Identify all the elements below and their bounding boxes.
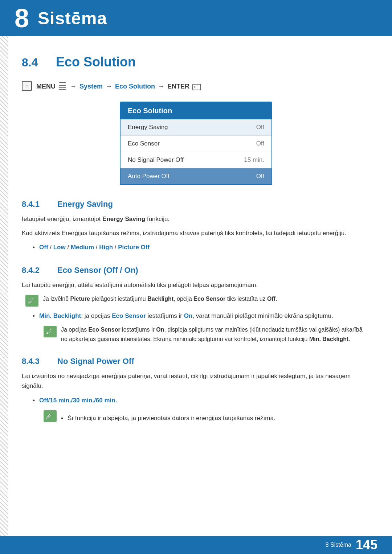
subsection-title: Energy Saving: [57, 200, 113, 209]
note-text: Ja izvēlnē Picture pielāgosit iestatījum…: [43, 294, 370, 304]
section-heading: 8.4 Eco Solution: [22, 54, 370, 70]
note-text: Šī funkcija ir atspējota, ja pievienotai…: [61, 410, 370, 427]
bullet-list: Off/15 min./30 min./60 min.: [33, 395, 370, 405]
footer-text: 8 Sistēma: [326, 542, 351, 548]
chapter-title: Sistēma: [38, 8, 107, 28]
subsection: 8.4.3 No Signal Power Off Lai izvairītos…: [22, 357, 370, 427]
note-icon: [44, 410, 57, 422]
eco-solution-label: Eco Solution: [115, 83, 155, 90]
bullet-item: Off/15 min./30 min./60 min.: [33, 395, 370, 405]
bullet-list: Off / Low / Medium / High / Picture Off: [33, 242, 370, 252]
subsection: 8.4.1 Energy Saving Ietaupiet enerģiju, …: [22, 200, 370, 253]
menu-path: MENU → System → Eco Solution → ENTER: [22, 81, 370, 91]
subsection-title: Eco Sensor (Off / On): [57, 266, 138, 275]
note-icon: [25, 295, 38, 307]
note-bullet: Šī funkcija ir atspējota, ja pievienotai…: [61, 413, 370, 423]
subsection: 8.4.2 Eco Sensor (Off / On) Lai taupītu …: [22, 266, 370, 344]
chapter-number: 8: [15, 5, 29, 31]
eco-panel-title: Eco Solution: [121, 102, 271, 119]
arrow1: →: [70, 83, 77, 90]
eco-row-label: Auto Power Off: [128, 173, 170, 180]
subsection-number: 8.4.2: [22, 266, 51, 275]
body-paragraph: Lai taupītu enerģiju, attēla iestatījumi…: [22, 280, 370, 290]
eco-row-value: 15 min.: [244, 156, 264, 164]
body-paragraph: Kad aktivizēts Enerģijas taupīšanas režī…: [22, 228, 370, 238]
bullet-list: Min. Backlight: ja opcijas Eco Sensor ie…: [33, 311, 370, 321]
subsections-container: 8.4.1 Energy Saving Ietaupiet enerģiju, …: [22, 200, 370, 427]
body-paragraph: Ietaupiet enerģiju, izmantojot Energy Sa…: [22, 214, 370, 224]
eco-row-value: Off: [256, 173, 264, 180]
menu-label: MENU: [36, 83, 56, 90]
eco-row-value: Off: [256, 140, 264, 147]
grid-icon: [59, 82, 66, 90]
subsection-number: 8.4.1: [22, 200, 51, 209]
eco-panel: Eco Solution Energy Saving Off Eco Senso…: [120, 102, 272, 185]
eco-row: No Signal Power Off 15 min.: [121, 152, 271, 168]
section-title: Eco Solution: [56, 54, 136, 70]
note-icon: [44, 326, 57, 337]
footer-page-number: 145: [356, 537, 377, 553]
main-content: 8.4 Eco Solution MENU → System → Eco Sol…: [0, 36, 392, 461]
eco-row-label: No Signal Power Off: [128, 156, 184, 164]
note-text: Ja opcijas Eco Sensor iestatījums ir On,…: [61, 325, 370, 344]
subsection-heading: 8.4.3 No Signal Power Off: [22, 357, 370, 366]
body-paragraph: Lai izvairītos no nevajadzīga enerģijas …: [22, 371, 370, 391]
arrow2: →: [106, 83, 112, 90]
left-stripe-decoration: [0, 36, 8, 539]
subsection-title: No Signal Power Off: [57, 357, 134, 366]
note-box-indented: Ja opcijas Eco Sensor iestatījums ir On,…: [44, 325, 370, 344]
eco-rows: Energy Saving Off Eco Sensor Off No Sign…: [121, 119, 271, 184]
eco-row-label: Eco Sensor: [128, 140, 160, 147]
arrow3: →: [158, 83, 164, 90]
subsection-heading: 8.4.2 Eco Sensor (Off / On): [22, 266, 370, 275]
page-footer: 8 Sistēma 145: [0, 536, 392, 554]
eco-row: Auto Power Off Off: [121, 168, 271, 184]
eco-row: Eco Sensor Off: [121, 136, 271, 152]
bullet-item: Min. Backlight: ja opcijas Eco Sensor ie…: [33, 311, 370, 321]
section-number: 8.4: [22, 56, 47, 69]
page-header: 8 Sistēma: [0, 0, 392, 36]
system-label: System: [79, 83, 103, 90]
eco-row: Energy Saving Off: [121, 119, 271, 136]
eco-row-value: Off: [256, 124, 264, 131]
subsection-number: 8.4.3: [22, 357, 51, 366]
enter-icon: [192, 84, 201, 90]
note-box: Ja izvēlnē Picture pielāgosit iestatījum…: [25, 294, 370, 307]
bullet-item: Off / Low / Medium / High / Picture Off: [33, 242, 370, 252]
menu-icon: [22, 81, 32, 91]
enter-label: ENTER: [167, 83, 189, 90]
note-box: Šī funkcija ir atspējota, ja pievienotai…: [44, 410, 370, 427]
subsection-heading: 8.4.1 Energy Saving: [22, 200, 370, 209]
eco-row-label: Energy Saving: [128, 124, 168, 131]
